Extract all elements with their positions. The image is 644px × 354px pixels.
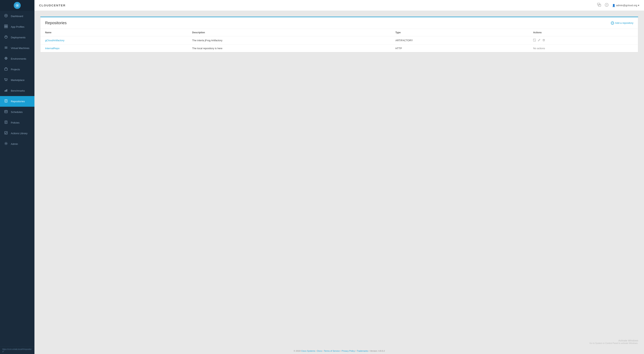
svg-point-20 xyxy=(6,81,7,81)
policies-icon xyxy=(4,120,8,125)
logo-icon xyxy=(14,2,21,9)
footer-tos-link[interactable]: Terms of Service xyxy=(324,350,340,352)
table-header-row: Name Description Type Actions xyxy=(40,29,638,37)
svg-point-7 xyxy=(6,15,6,16)
footer-dot1: • xyxy=(316,350,317,352)
action-icons-group xyxy=(533,39,633,42)
sidebar-item-benchmarks[interactable]: Benchmarks xyxy=(0,85,34,96)
brand-title: CLOUDCENTER xyxy=(39,4,66,7)
sidebar-item-label-admin: Admin xyxy=(11,143,18,145)
repositories-panel: Repositories + Add a repository Name Des… xyxy=(40,17,638,52)
sidebar-item-label-app-profiles: App Profiles xyxy=(11,25,24,28)
user-menu[interactable]: 👤 admin@gcloud.org ▾ xyxy=(612,4,639,7)
sidebar-item-app-profiles[interactable]: App Profiles xyxy=(0,22,34,32)
repo-name-link-internalrepo[interactable]: InternalRepo xyxy=(45,47,60,50)
sidebar-item-schedules[interactable]: Schedules xyxy=(0,107,34,117)
svg-rect-10 xyxy=(4,27,6,28)
svg-point-37 xyxy=(5,142,7,145)
svg-rect-29 xyxy=(5,112,6,112)
svg-point-19 xyxy=(6,81,6,81)
dashboard-icon xyxy=(4,14,8,19)
sidebar-item-label-deployments: Deployments xyxy=(11,36,26,39)
view-action-icon[interactable] xyxy=(533,39,536,42)
repositories-icon xyxy=(4,99,8,104)
sidebar-item-label-schedules: Schedules xyxy=(11,111,23,114)
sidebar-item-label-actions-library: Actions Library xyxy=(11,132,28,135)
schedules-icon xyxy=(4,110,8,114)
svg-point-5 xyxy=(17,5,18,6)
plus-circle-icon: + xyxy=(611,22,614,25)
add-repository-button[interactable]: + Add a repository xyxy=(611,22,633,25)
footer-dot2: • xyxy=(322,350,324,352)
footer-version: Version: 4.8.0.2 xyxy=(370,350,385,352)
svg-rect-23 xyxy=(6,89,7,92)
user-email: admin@gcloud.org xyxy=(616,4,637,7)
repo-actions-cell: No actions xyxy=(528,45,638,52)
col-header-description: Description xyxy=(188,29,391,37)
repo-name-cell: gCloudArtifactory xyxy=(40,37,188,45)
help-icon[interactable]: ? xyxy=(605,3,608,8)
no-actions-text: No actions xyxy=(533,47,545,50)
sidebar-item-label-dashboard: Dashboard xyxy=(11,15,23,18)
svg-rect-18 xyxy=(5,68,7,70)
panel-header: Repositories + Add a repository xyxy=(40,17,638,29)
virtual-machines-icon xyxy=(4,46,8,50)
footer-docs-link[interactable]: Docs xyxy=(317,350,322,352)
sidebar-item-policies[interactable]: Policies xyxy=(0,117,34,128)
add-repository-label: Add a repository xyxy=(615,22,633,25)
repositories-table: Name Description Type Actions gCloudArti… xyxy=(40,29,638,52)
sidebar-url: https://ccm.vmlab.local/#/repository/ xyxy=(0,346,34,354)
col-header-actions: Actions xyxy=(528,29,638,37)
svg-rect-1 xyxy=(598,5,601,7)
svg-rect-0 xyxy=(597,3,600,5)
svg-text:?: ? xyxy=(606,4,607,6)
svg-rect-8 xyxy=(4,25,6,26)
svg-rect-21 xyxy=(5,90,5,92)
table-row: gCloudArtifactoryThe interla jFrog Artif… xyxy=(40,37,638,45)
svg-rect-39 xyxy=(543,40,544,41)
sidebar-item-label-virtual-machines: Virtual Machines xyxy=(11,47,30,50)
footer-cisco-link[interactable]: Cisco Systems xyxy=(301,350,315,352)
repo-name-link-gcloudartifactory[interactable]: gCloudArtifactory xyxy=(45,39,64,42)
app-profiles-icon xyxy=(4,25,8,29)
sidebar-item-environments[interactable]: Environments xyxy=(0,54,34,64)
footer-privacy-link[interactable]: Privacy Policy xyxy=(342,350,355,352)
repo-description-cell: The local repository is here xyxy=(188,45,391,52)
sidebar: Dashboard App Profiles Deployments xyxy=(0,0,34,354)
page-title: Repositories xyxy=(45,21,66,25)
repo-description-cell: The interla jFrog Artifactory xyxy=(188,37,391,45)
sidebar-item-admin[interactable]: Admin xyxy=(0,139,34,149)
marketplace-icon xyxy=(4,78,8,82)
top-header: CLOUDCENTER ? 👤 admin@gcloud.org ▾ xyxy=(0,0,644,11)
chat-icon[interactable] xyxy=(597,3,601,8)
sidebar-item-label-projects: Projects xyxy=(11,68,20,71)
footer-trademarks-link[interactable]: Trademarks xyxy=(357,350,368,352)
user-person-icon: 👤 xyxy=(612,4,615,7)
footer-dot3: • xyxy=(340,350,342,352)
sidebar-item-marketplace[interactable]: Marketplace xyxy=(0,75,34,85)
sidebar-item-virtual-machines[interactable]: Virtual Machines xyxy=(0,43,34,54)
sidebar-item-label-benchmarks: Benchmarks xyxy=(11,89,25,92)
svg-rect-30 xyxy=(6,112,6,112)
svg-rect-9 xyxy=(6,25,8,26)
repo-name-cell: InternalRepo xyxy=(40,45,188,52)
delete-action-icon[interactable] xyxy=(542,39,545,42)
sidebar-item-label-policies: Policies xyxy=(11,121,20,124)
footer: © 2018 Cisco Systems • Docs • Terms of S… xyxy=(34,348,644,354)
repo-type-cell: HTTP xyxy=(391,45,528,52)
edit-action-icon[interactable] xyxy=(538,39,540,42)
footer-copyright: © 2018 xyxy=(294,350,300,352)
user-dropdown-icon: ▾ xyxy=(638,4,639,7)
sidebar-item-actions-library[interactable]: Actions Library xyxy=(0,128,34,139)
sidebar-item-projects[interactable]: Projects xyxy=(0,64,34,75)
deployments-icon xyxy=(4,35,8,40)
repo-type-cell: ARTIFACTORY xyxy=(391,37,528,45)
sidebar-item-dashboard[interactable]: Dashboard xyxy=(0,11,34,22)
projects-icon xyxy=(4,67,8,72)
footer-dot4: • xyxy=(356,350,357,352)
sidebar-item-repositories[interactable]: Repositories Repositories xyxy=(0,96,34,107)
sidebar-item-deployments[interactable]: Deployments xyxy=(0,32,34,43)
header-right: ? 👤 admin@gcloud.org ▾ xyxy=(597,3,639,8)
svg-point-36 xyxy=(6,143,6,144)
col-header-type: Type xyxy=(391,29,528,37)
